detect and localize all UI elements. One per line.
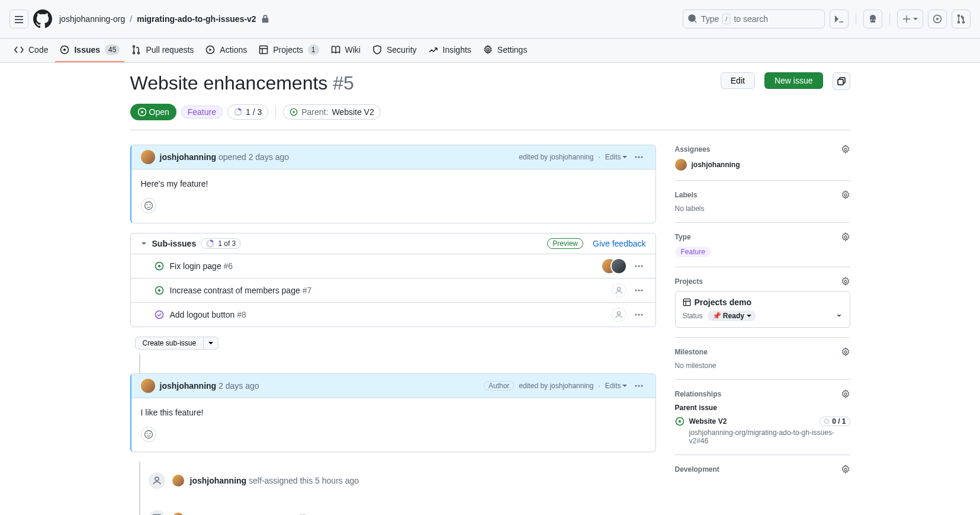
subissue-row[interactable]: Increase contrast of members page #7 [131, 278, 656, 302]
repo-link[interactable]: migrating-ado-to-gh-issues-v2 [137, 14, 256, 24]
tab-insights[interactable]: Insights [424, 39, 476, 62]
search-input[interactable]: Type / to search [683, 9, 825, 28]
tab-pull-requests[interactable]: Pull requests [127, 39, 198, 62]
subissue-row[interactable]: Add logout button #8 [131, 302, 656, 327]
subissue-kebab[interactable] [632, 259, 646, 273]
comment-time: 2 days ago [219, 381, 259, 391]
comment-header: joshjohanning 2 days ago Author edited b… [131, 374, 656, 398]
svg-point-1 [936, 18, 939, 20]
tab-code[interactable]: Code [9, 39, 53, 62]
issue-title: Website enhancements #5 [130, 72, 711, 94]
avatar[interactable] [141, 150, 155, 164]
gear-icon[interactable] [841, 145, 850, 154]
comment-kebab[interactable] [632, 379, 646, 393]
chevron-down-icon [836, 312, 843, 319]
comment-author[interactable]: joshjohanning [160, 381, 217, 391]
add-reaction-button[interactable] [141, 198, 156, 213]
event-author[interactable]: joshjohanning [190, 476, 247, 485]
avatar[interactable] [141, 379, 155, 393]
create-subissue-caret[interactable] [204, 337, 219, 350]
pull-requests-button[interactable] [952, 9, 971, 28]
svg-point-27 [635, 290, 637, 292]
comment-author[interactable]: joshjohanning [160, 152, 217, 162]
progress-pill[interactable]: 1 / 3 [227, 104, 268, 120]
project-name-row[interactable]: Projects demo [683, 298, 843, 307]
type-badge[interactable]: Feature [181, 105, 223, 119]
org-link[interactable]: joshjohanning-org [59, 14, 125, 24]
edits-button[interactable]: Edits [605, 153, 627, 161]
comment-actions: edited by joshjohanning · Edits [519, 150, 645, 164]
subissue-title[interactable]: Increase contrast of members page [170, 286, 300, 295]
parent-path[interactable]: joshjohanning-org/migrating-ado-to-gh-is… [689, 428, 850, 445]
subissue-kebab[interactable] [632, 308, 646, 322]
tab-actions[interactable]: Actions [201, 39, 252, 62]
tab-projects[interactable]: Projects 1 [254, 39, 323, 62]
layout: joshjohanning opened 2 days ago edited b… [130, 145, 850, 515]
hamburger-button[interactable] [9, 9, 28, 28]
svg-point-34 [641, 314, 642, 316]
expand-project[interactable] [836, 312, 843, 319]
gear-icon[interactable] [841, 277, 850, 286]
copy-link-button[interactable] [833, 72, 850, 90]
assign-button[interactable] [612, 283, 626, 298]
status-label: Status [683, 312, 703, 320]
github-logo[interactable] [33, 9, 52, 28]
svg-point-38 [144, 431, 152, 439]
gear-icon[interactable] [841, 389, 850, 399]
parent-pill[interactable]: Parent: Website V2 [283, 104, 380, 120]
edit-button[interactable]: Edit [721, 72, 755, 89]
edits-button[interactable]: Edits [605, 382, 627, 390]
subissues-title: Sub-issues [152, 239, 197, 248]
command-palette-button[interactable] [830, 9, 849, 28]
issues-button[interactable] [928, 9, 947, 28]
search-icon [688, 14, 698, 24]
add-reaction-button[interactable] [141, 427, 156, 442]
svg-point-22 [638, 266, 640, 267]
timeline-connector: joshjohanning added this to Projects dem… [139, 490, 656, 515]
feedback-link[interactable]: Give feedback [593, 239, 646, 248]
tab-settings[interactable]: Settings [478, 39, 532, 62]
create-subissue-button[interactable]: Create sub-issue [135, 337, 204, 350]
subissue-row[interactable]: Fix login page #6 [131, 254, 656, 278]
assign-button[interactable] [612, 308, 626, 322]
comment-opener: joshjohanning opened 2 days ago edited b… [130, 145, 656, 223]
gear-icon[interactable] [841, 465, 850, 474]
tab-security[interactable]: Security [368, 39, 422, 62]
main-container: Website enhancements #5 Edit New issue O… [111, 63, 869, 515]
create-new-button[interactable] [897, 9, 923, 28]
project-name: Projects demo [695, 298, 751, 307]
play-icon [205, 45, 215, 55]
svg-point-46 [844, 236, 847, 238]
copilot-button[interactable] [863, 9, 882, 28]
avatar [675, 159, 687, 171]
kebab-icon [634, 261, 644, 271]
tab-pull-label: Pull requests [146, 45, 194, 55]
state-text: Open [149, 107, 169, 117]
comment-kebab[interactable] [632, 150, 646, 164]
comment-actions: Author edited by joshjohanning · Edits [484, 379, 646, 393]
status-pill[interactable]: 📌 Ready [708, 311, 756, 321]
comment-body: I like this feature! [131, 398, 656, 427]
gear-icon[interactable] [841, 232, 850, 242]
type-value[interactable]: Feature [675, 247, 711, 257]
projects-count: 1 [308, 44, 319, 55]
svg-point-14 [641, 156, 642, 158]
subissue-num: #6 [224, 261, 233, 271]
assignee-item[interactable]: joshjohanning [675, 159, 850, 171]
development-title: Development [675, 465, 719, 474]
subissue-title[interactable]: Add logout button [170, 310, 235, 319]
new-issue-button[interactable]: New issue [764, 72, 823, 89]
avatar[interactable] [172, 475, 184, 487]
gear-icon[interactable] [841, 347, 850, 357]
subissue-kebab[interactable] [632, 283, 646, 298]
parent-issue-row[interactable]: Website V2 0 / 1 [675, 417, 850, 426]
avatar[interactable] [172, 513, 184, 515]
pr-icon [131, 45, 141, 55]
tab-issues[interactable]: Issues 45 [55, 39, 124, 62]
assignee-stack[interactable] [602, 259, 626, 273]
chevron-down-icon[interactable] [140, 240, 147, 247]
subissue-title[interactable]: Fix login page [170, 261, 221, 271]
gear-icon[interactable] [841, 190, 850, 200]
timeline-event-assign: joshjohanning self-assigned this 5 hours… [155, 471, 656, 490]
tab-wiki[interactable]: Wiki [326, 39, 365, 62]
